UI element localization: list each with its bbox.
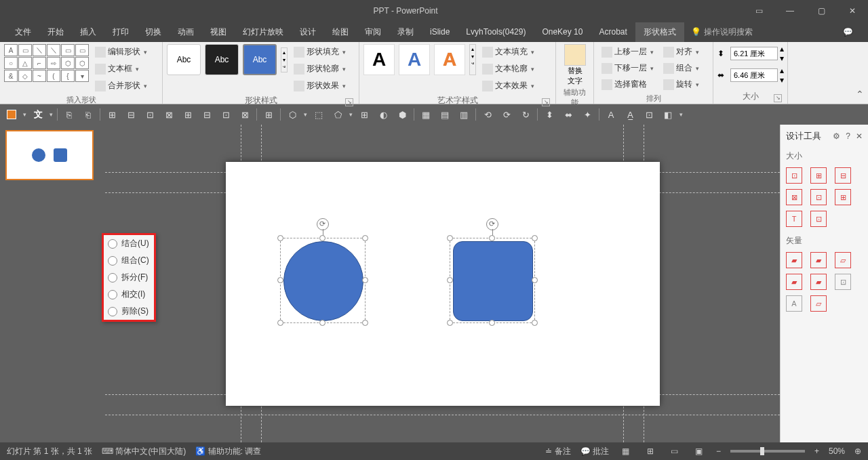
wordart-1[interactable]: A [363, 44, 395, 75]
tool-16[interactable]: ▥ [456, 107, 471, 122]
help-icon[interactable]: ? [846, 131, 850, 141]
tool-2[interactable]: ⎗ [81, 107, 96, 122]
selection-circle[interactable]: ⟳ [280, 238, 366, 323]
tool-6[interactable]: ⊠ [161, 107, 176, 122]
menu-animations[interactable]: 动画 [170, 22, 202, 42]
close-button[interactable]: ✕ [837, 0, 868, 22]
text-outline-button[interactable]: 文本轮廓▾ [479, 61, 538, 77]
menu-islide[interactable]: iSlide [422, 23, 458, 41]
close-panel-icon[interactable]: ✕ [856, 131, 863, 141]
maximize-button[interactable]: ▢ [806, 0, 837, 22]
menu-slideshow[interactable]: 幻灯片放映 [235, 22, 292, 42]
merge-union[interactable]: 结合(U) [104, 235, 154, 252]
menu-shape-format[interactable]: 形状格式 [635, 22, 684, 42]
selection-square[interactable]: ⟳ [450, 238, 535, 323]
lang-indicator[interactable]: ⌨ 简体中文(中国大陆) [102, 446, 186, 457]
gear-icon[interactable]: ⚙ [833, 131, 840, 141]
tell-me-search[interactable]: 💡操作说明搜索 [691, 26, 753, 38]
tool-25[interactable]: ⊡ [642, 107, 656, 122]
shape-fill-button[interactable]: 形状填充▾ [290, 44, 349, 60]
wordart-3[interactable]: A [434, 44, 465, 75]
size-tool-4[interactable]: ⊠ [786, 189, 802, 205]
tool-4[interactable]: ⊟ [123, 107, 138, 122]
text-effects-button[interactable]: 文本效果▾ [479, 78, 538, 93]
menu-onekey[interactable]: OneKey 10 [534, 23, 591, 41]
edit-shape-button[interactable]: 编辑形状▾ [92, 44, 151, 60]
size-tool-5[interactable]: ⊡ [810, 189, 827, 205]
dialog-launcher[interactable]: ↘ [774, 94, 782, 102]
menu-home[interactable]: 开始 [39, 22, 72, 42]
menu-review[interactable]: 审阅 [357, 22, 389, 42]
wordart-gallery[interactable]: A A A ▴▾༄ [363, 44, 476, 75]
fit-window-button[interactable]: ⊕ [854, 446, 861, 456]
tool-pentagon[interactable]: ⬠ [330, 107, 345, 122]
bring-forward-button[interactable]: 上移一层▾ [598, 44, 657, 60]
slide[interactable]: ⟳ ⟳ [226, 162, 660, 406]
menu-lvyhtools[interactable]: LvyhTools(0429) [458, 23, 534, 41]
shape-rounded-square[interactable] [453, 241, 533, 321]
selection-pane-button[interactable]: 选择窗格 [598, 77, 657, 92]
slide-thumbnail-1[interactable] [5, 130, 94, 180]
vector-tool-6[interactable]: ⊡ [835, 274, 851, 290]
style-preset-1[interactable]: Abc [167, 44, 201, 75]
merge-subtract[interactable]: 剪除(S) [104, 303, 154, 320]
tool-10[interactable]: ⊠ [237, 107, 252, 122]
textbox-button[interactable]: 文本框▾ [92, 61, 151, 77]
tool-18[interactable]: ⟳ [499, 107, 514, 122]
merge-fragment[interactable]: 拆分(F) [104, 269, 154, 286]
tool-11[interactable]: ⊞ [261, 107, 276, 122]
shape-circle[interactable] [283, 241, 363, 321]
tool-hex[interactable]: ⬡ [285, 107, 300, 122]
comments-button[interactable]: 💬 批注 [580, 446, 609, 457]
merge-intersect[interactable]: 相交(I) [104, 286, 154, 303]
slideshow-view-icon[interactable]: ▣ [692, 445, 707, 457]
shape-effects-button[interactable]: 形状效果▾ [290, 78, 349, 93]
vector-tool-1[interactable]: ▰ [786, 252, 802, 268]
tool-22[interactable]: ✦ [580, 107, 595, 122]
tool-13[interactable]: ◐ [376, 107, 391, 122]
shape-style-gallery[interactable]: Abc Abc Abc ▴▾༄ [167, 44, 288, 75]
align-button[interactable]: 对齐▾ [660, 44, 703, 60]
menu-record[interactable]: 录制 [389, 22, 422, 42]
menu-print[interactable]: 打印 [104, 22, 137, 42]
size-tool-6[interactable]: ⊞ [835, 189, 851, 205]
tool-7[interactable]: ⊞ [180, 107, 195, 122]
size-tool-8[interactable]: ⊡ [810, 211, 827, 227]
dialog-launcher[interactable]: ↘ [542, 98, 550, 106]
merge-shapes-button[interactable]: 合并形状▾ [92, 78, 151, 93]
menu-file[interactable]: 文件 [7, 22, 39, 42]
vector-tool-5[interactable]: ▰ [810, 274, 827, 290]
collapse-ribbon-button[interactable]: ⌃ [856, 89, 864, 100]
size-tool-3[interactable]: ⊟ [835, 167, 851, 184]
send-backward-button[interactable]: 下移一层▾ [598, 60, 657, 76]
notes-button[interactable]: ≐ 备注 [545, 446, 570, 457]
tool-15[interactable]: ▤ [437, 107, 452, 122]
fill-color-swatch[interactable] [4, 107, 19, 122]
size-tool-7[interactable]: T [786, 211, 802, 227]
zoom-out-button[interactable]: − [716, 446, 721, 456]
style-preset-3[interactable]: Abc [243, 44, 277, 75]
text-fill-button[interactable]: 文本填充▾ [479, 44, 538, 60]
accessibility-status[interactable]: ♿ 辅助功能: 调查 [195, 446, 261, 457]
vector-tool-2[interactable]: ▰ [810, 252, 827, 268]
slide-canvas[interactable]: ⟳ ⟳ [105, 125, 780, 442]
wordart-2[interactable]: A [399, 44, 430, 75]
tool-21[interactable]: ⬌ [561, 107, 576, 122]
tool-24[interactable]: A̲ [623, 107, 637, 122]
minimize-button[interactable]: — [774, 0, 806, 22]
reading-view-icon[interactable]: ▭ [667, 445, 682, 457]
menu-design[interactable]: 设计 [292, 22, 324, 42]
tool-20[interactable]: ⬍ [542, 107, 557, 122]
text-tool-icon[interactable]: 文 [31, 107, 45, 122]
tool-cube[interactable]: ⬢ [395, 107, 410, 122]
zoom-in-button[interactable]: + [814, 446, 819, 456]
rotate-button[interactable]: 旋转▾ [660, 77, 703, 92]
size-tool-2[interactable]: ⊞ [810, 167, 827, 184]
ribbon-display-icon[interactable]: ▭ [743, 0, 774, 22]
tool-12[interactable]: ⊞ [357, 107, 372, 122]
shape-gallery[interactable]: A▭＼＼▭▭ ○△⌐⇨⬡⬡ &◇~({▾ [4, 44, 89, 82]
tool-crop[interactable]: ⬚ [311, 107, 326, 122]
alt-text-button[interactable]: 替换 文字 [564, 44, 586, 86]
tool-8[interactable]: ⊟ [199, 107, 214, 122]
tool-17[interactable]: ⟲ [480, 107, 495, 122]
